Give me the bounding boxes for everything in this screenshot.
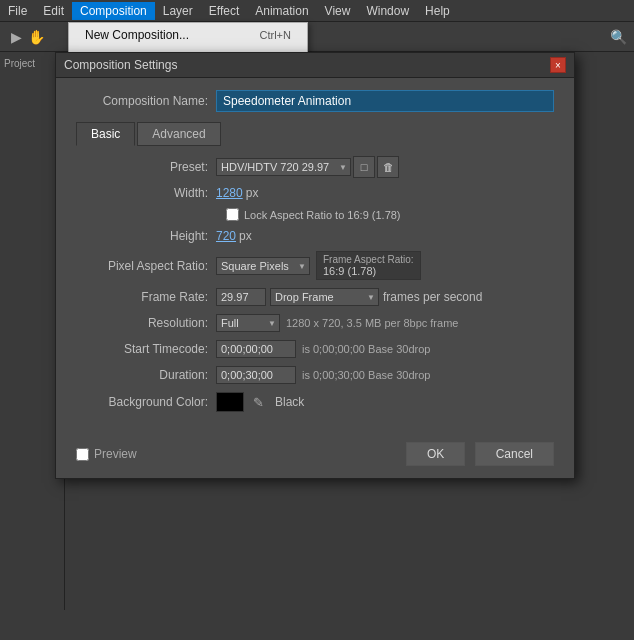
menu-window[interactable]: Window [358, 2, 417, 20]
tab-basic[interactable]: Basic [76, 122, 135, 146]
toolbar-icon-hand[interactable]: ✋ [26, 27, 46, 47]
comp-name-label: Composition Name: [76, 94, 216, 108]
lock-aspect-label: Lock Aspect Ratio to 16:9 (1.78) [244, 209, 401, 221]
eyedropper-icon[interactable]: ✎ [248, 392, 268, 412]
start-timecode-input[interactable] [216, 340, 296, 358]
bg-color-label: Background Color: [76, 395, 216, 409]
width-row: Width: 1280 px [76, 186, 554, 200]
frame-rate-input[interactable] [216, 288, 266, 306]
resolution-select[interactable]: Full Half Third Quarter Custom [216, 314, 280, 332]
tab-advanced[interactable]: Advanced [137, 122, 220, 146]
pixel-aspect-label: Pixel Aspect Ratio: [76, 259, 216, 273]
toolbar-icon-search[interactable]: 🔍 [608, 27, 628, 47]
lock-aspect-checkbox[interactable] [226, 208, 239, 221]
menu-help[interactable]: Help [417, 2, 458, 20]
preset-label: Preset: [76, 160, 216, 174]
menu-layer[interactable]: Layer [155, 2, 201, 20]
dialog-buttons: OK Cancel [400, 442, 554, 466]
comp-name-row: Composition Name: [76, 90, 554, 112]
menu-view[interactable]: View [317, 2, 359, 20]
toolbar-icon-arrow[interactable]: ▶ [6, 27, 26, 47]
frame-rate-label: Frame Rate: [76, 290, 216, 304]
height-unit: px [239, 229, 252, 243]
height-row: Height: 720 px [76, 229, 554, 243]
start-timecode-label: Start Timecode: [76, 342, 216, 356]
dialog-footer: Preview OK Cancel [56, 432, 574, 478]
frame-rate-dropdown-wrapper: Drop Frame Non-Drop Frame ▼ [270, 288, 379, 306]
dialog-tabs: Basic Advanced [76, 122, 554, 146]
pixel-aspect-select-wrapper: Square Pixels D1/DV NTSC D1/DV PAL ▼ [216, 257, 310, 275]
duration-info: is 0;00;30;00 Base 30drop [302, 369, 430, 381]
preset-row: Preset: HDV/HDTV 720 29.97 NTSC DV PAL D… [76, 156, 554, 178]
preview-checkbox[interactable] [76, 448, 89, 461]
dialog-titlebar: Composition Settings × [56, 53, 574, 78]
preview-label: Preview [94, 447, 137, 461]
pixel-aspect-select[interactable]: Square Pixels D1/DV NTSC D1/DV PAL [216, 257, 310, 275]
bg-color-row: Background Color: ✎ Black [76, 392, 554, 412]
duration-label: Duration: [76, 368, 216, 382]
height-label: Height: [76, 229, 216, 243]
width-value[interactable]: 1280 [216, 186, 243, 200]
pixel-aspect-row: Pixel Aspect Ratio: Square Pixels D1/DV … [76, 251, 554, 280]
frame-rate-unit: frames per second [383, 290, 482, 304]
frame-rate-row: Frame Rate: Drop Frame Non-Drop Frame ▼ … [76, 288, 554, 306]
menu-edit[interactable]: Edit [35, 2, 72, 20]
frame-aspect-value: 16:9 (1.78) [323, 265, 414, 277]
ok-button[interactable]: OK [406, 442, 465, 466]
duration-input[interactable] [216, 366, 296, 384]
preset-select[interactable]: HDV/HDTV 720 29.97 NTSC DV PAL DV Custom [216, 158, 351, 176]
menu-composition[interactable]: Composition [72, 2, 155, 20]
start-timecode-row: Start Timecode: is 0;00;00;00 Base 30dro… [76, 340, 554, 358]
menu-file[interactable]: File [0, 2, 35, 20]
menu-new-composition[interactable]: New Composition... Ctrl+N [69, 23, 307, 47]
width-label: Width: [76, 186, 216, 200]
resolution-select-wrapper: Full Half Third Quarter Custom ▼ [216, 314, 280, 332]
cancel-button[interactable]: Cancel [475, 442, 554, 466]
preset-delete-btn[interactable]: 🗑 [377, 156, 399, 178]
menubar: File Edit Composition Layer Effect Anima… [0, 0, 634, 22]
resolution-label: Resolution: [76, 316, 216, 330]
dialog-title: Composition Settings [64, 58, 177, 72]
lock-aspect-row: Lock Aspect Ratio to 16:9 (1.78) [226, 208, 554, 221]
menu-effect[interactable]: Effect [201, 2, 247, 20]
frame-rate-type-select[interactable]: Drop Frame Non-Drop Frame [270, 288, 379, 306]
frame-aspect-ratio-box: Frame Aspect Ratio: 16:9 (1.78) [316, 251, 421, 280]
start-timecode-info: is 0;00;00;00 Base 30drop [302, 343, 430, 355]
duration-row: Duration: is 0;00;30;00 Base 30drop [76, 366, 554, 384]
bg-color-swatch[interactable] [216, 392, 244, 412]
preset-copy-btn[interactable]: □ [353, 156, 375, 178]
resolution-info: 1280 x 720, 3.5 MB per 8bpc frame [286, 317, 458, 329]
width-unit: px [246, 186, 259, 200]
resolution-row: Resolution: Full Half Third Quarter Cust… [76, 314, 554, 332]
menu-animation[interactable]: Animation [247, 2, 316, 20]
project-label: Project [4, 58, 35, 69]
bg-color-name: Black [275, 395, 304, 409]
height-value[interactable]: 720 [216, 229, 236, 243]
preset-select-wrapper: HDV/HDTV 720 29.97 NTSC DV PAL DV Custom… [216, 158, 351, 176]
composition-settings-dialog: Composition Settings × Composition Name:… [55, 52, 575, 479]
frame-aspect-label: Frame Aspect Ratio: [323, 254, 414, 265]
dialog-close-button[interactable]: × [550, 57, 566, 73]
preview-check-wrapper: Preview [76, 447, 137, 461]
comp-name-input[interactable] [216, 90, 554, 112]
dialog-content: Composition Name: Basic Advanced Preset:… [56, 78, 574, 432]
